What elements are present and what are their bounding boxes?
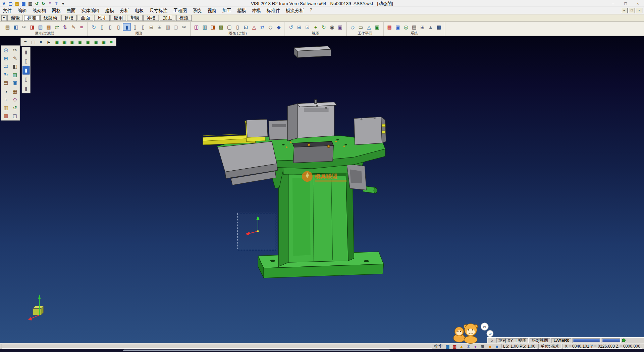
blank-icon[interactable]: ▢ <box>11 112 19 120</box>
filter-all-icon[interactable]: ▮ <box>22 84 30 93</box>
redo-titlebar-icon[interactable]: ↻ <box>40 0 46 6</box>
move-icon[interactable]: ⇄ <box>2 62 10 70</box>
shade-gouraud-icon[interactable]: ▯ <box>131 23 139 31</box>
gem-icon[interactable]: ◇ <box>267 23 274 31</box>
material-icon[interactable]: ▧ <box>217 23 225 31</box>
compare-icon[interactable]: ⇄ <box>258 23 266 31</box>
display-transparent-icon[interactable]: ▢ <box>172 23 180 31</box>
open-icon[interactable]: ▤ <box>14 0 20 6</box>
menu-item[interactable]: 标准件 <box>264 7 283 14</box>
status-green-icon[interactable] <box>622 339 626 342</box>
filter-solids-icon[interactable]: ▮ <box>22 48 30 56</box>
child-restore-icon[interactable]: □ <box>628 8 635 13</box>
extrude-icon[interactable]: ▤ <box>2 79 10 87</box>
display-edges-icon[interactable]: ▥ <box>164 23 172 31</box>
filter-wireframe-icon[interactable]: ▮ <box>22 66 30 75</box>
color-bar-1[interactable] <box>573 338 600 343</box>
menu-item[interactable]: 工程图 <box>170 7 190 14</box>
view-left-icon[interactable]: ▣ <box>84 38 92 45</box>
sketch-icon[interactable]: ▨ <box>11 71 19 79</box>
render-advanced-icon[interactable]: ◫ <box>193 23 200 31</box>
tab[interactable]: 编辑 <box>7 15 23 21</box>
save-icon[interactable]: ▣ <box>20 0 26 6</box>
menu-item[interactable]: 网格 <box>49 7 64 14</box>
viewport-select-icon[interactable]: ► <box>45 38 53 45</box>
menu-item[interactable]: 曲面 <box>64 7 78 14</box>
tab[interactable]: 标准 <box>24 15 40 21</box>
mirror-icon[interactable]: ◧ <box>11 62 19 70</box>
layers-icon[interactable]: ▦ <box>45 23 52 31</box>
system-table-icon[interactable]: ▤ <box>410 23 418 31</box>
menu-item[interactable]: 系统 <box>190 7 205 14</box>
tab[interactable]: 尺寸 <box>94 15 110 21</box>
rotate-icon[interactable]: ↻ <box>2 71 10 79</box>
tab-dropdown-icon[interactable]: ▼ <box>1 15 7 21</box>
viewport-blank-icon[interactable]: ▢ <box>30 38 37 45</box>
color-bar-2[interactable] <box>602 338 621 343</box>
workplane-align-icon[interactable]: ▭ <box>357 23 365 31</box>
new-doc-icon[interactable]: ▢ <box>7 0 13 6</box>
pan-icon[interactable]: + <box>312 23 319 31</box>
menu-item[interactable]: 模流分析 <box>283 7 307 14</box>
hatch-icon[interactable]: ▩ <box>2 112 10 120</box>
shade-solid-icon[interactable]: ▯ <box>98 23 106 31</box>
units-cell[interactable]: 单位: 毫米 <box>539 344 561 349</box>
display-box-icon[interactable]: ⊟ <box>148 23 155 31</box>
attributes-icon[interactable]: ▤ <box>4 23 11 31</box>
paint-attributes-icon[interactable]: ▨ <box>37 23 44 31</box>
viewport-3d[interactable]: 模具联盟 ≡▢■►▣▣▣▣▣▣▣■ ◎✂⊞✎⇄◧↻▨▤▣◑▦≈◇▥↺▩▢ <box>0 36 644 343</box>
tab[interactable]: 应用 <box>110 15 126 21</box>
menu-item[interactable]: 电极 <box>132 7 147 14</box>
zoom-fit-icon[interactable]: ⊡ <box>304 23 311 31</box>
perspective-icon[interactable]: ⊡ <box>242 23 250 31</box>
shade-flat-icon[interactable]: ▯ <box>115 23 122 31</box>
menu-item[interactable]: 实体编辑 <box>78 7 102 14</box>
palette-status-icon[interactable]: ● <box>472 344 478 349</box>
child-close-icon[interactable]: × <box>636 8 643 13</box>
tab[interactable]: 冲模 <box>143 15 159 21</box>
selection-box[interactable] <box>237 213 276 250</box>
sweep-icon[interactable]: ≈ <box>2 95 10 103</box>
tab[interactable]: 塑膜 <box>127 15 143 21</box>
tab[interactable]: 建模 <box>61 15 77 21</box>
display-grid-icon[interactable]: ⊞ <box>156 23 163 31</box>
trim-icon[interactable]: ✂ <box>11 46 19 54</box>
edit-point-icon[interactable]: ✎ <box>11 54 19 62</box>
system-globe-icon[interactable]: ◎ <box>402 23 410 31</box>
absolute-view-cell[interactable]: 绝对视图 <box>530 338 550 343</box>
viewport-menu-icon[interactable]: ≡ <box>22 38 29 45</box>
wcs-status-icon[interactable]: ■ <box>494 344 500 349</box>
workplane-3pt-icon[interactable]: △ <box>365 23 373 31</box>
background-icon[interactable]: ▢ <box>225 23 233 31</box>
view-back-icon[interactable]: ▣ <box>92 38 99 45</box>
layer-cell[interactable]: LAYER0 <box>551 338 571 343</box>
revolve-icon[interactable]: ◑ <box>2 87 10 95</box>
tab[interactable]: 模流 <box>176 15 192 21</box>
info-status-icon[interactable]: 2 <box>465 344 471 349</box>
view-shaded-cube-icon[interactable]: ■ <box>108 38 115 45</box>
menu-item[interactable]: 加工 <box>219 7 234 14</box>
zoom-previous-icon[interactable]: ↺ <box>287 23 295 31</box>
close-icon[interactable]: × <box>632 0 644 7</box>
tab[interactable]: 曲面 <box>77 15 93 21</box>
menu-item[interactable]: ? <box>307 7 315 14</box>
filter-icon[interactable]: ◧ <box>12 23 20 31</box>
gem-solid-icon[interactable]: ◆ <box>275 23 282 31</box>
tab[interactable]: 加工 <box>160 15 175 21</box>
minimize-icon[interactable]: – <box>607 0 620 7</box>
texture-icon[interactable]: ▥ <box>201 23 209 31</box>
app-icon[interactable]: V <box>1 0 7 6</box>
viewport-shade-icon[interactable]: ■ <box>37 38 45 45</box>
workplane-view-icon[interactable]: ▣ <box>373 23 381 31</box>
model-3d-assembly[interactable] <box>203 46 386 278</box>
scale-cell[interactable]: LS: 1.00 PS: 1.00 <box>501 344 537 349</box>
system-monitor-icon[interactable]: ▣ <box>394 23 401 31</box>
view-mode-cell[interactable]: 绝对 XY 上视图 <box>496 338 528 343</box>
light-icon[interactable]: △ <box>250 23 258 31</box>
menu-item[interactable]: 编辑 <box>15 7 30 14</box>
filter-points-icon[interactable]: ▯ <box>22 75 30 84</box>
menu-item[interactable]: 冲模 <box>249 7 264 14</box>
tab[interactable]: 线架构 <box>40 15 60 21</box>
shade-hidden-icon[interactable]: ▯ <box>106 23 114 31</box>
erase-icon[interactable]: ◨ <box>28 23 36 31</box>
